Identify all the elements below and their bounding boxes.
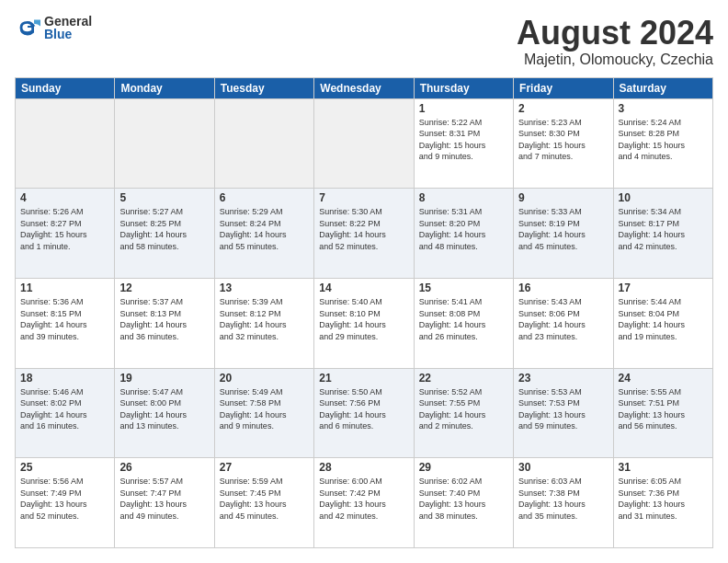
- day-number: 23: [518, 372, 608, 385]
- day-number: 29: [419, 461, 508, 474]
- day-info: Sunrise: 5:39 AM Sunset: 8:12 PM Dayligh…: [220, 296, 309, 342]
- day-info: Sunrise: 5:34 AM Sunset: 8:17 PM Dayligh…: [619, 206, 708, 252]
- day-number: 14: [319, 282, 408, 294]
- table-row: 8Sunrise: 5:31 AM Sunset: 8:20 PM Daylig…: [414, 189, 513, 279]
- day-info: Sunrise: 5:52 AM Sunset: 7:55 PM Dayligh…: [419, 386, 508, 432]
- day-info: Sunrise: 5:49 AM Sunset: 7:58 PM Dayligh…: [220, 386, 309, 432]
- day-number: 11: [20, 282, 109, 294]
- table-row: [16, 98, 115, 189]
- day-info: Sunrise: 5:46 AM Sunset: 8:02 PM Dayligh…: [20, 386, 109, 432]
- day-info: Sunrise: 5:56 AM Sunset: 7:49 PM Dayligh…: [20, 476, 109, 522]
- day-number: 18: [20, 372, 109, 385]
- table-row: 14Sunrise: 5:40 AM Sunset: 8:10 PM Dayli…: [314, 278, 414, 368]
- header-tuesday: Tuesday: [214, 77, 313, 98]
- table-row: 30Sunrise: 6:03 AM Sunset: 7:38 PM Dayli…: [514, 458, 613, 548]
- calendar-week-row: 4Sunrise: 5:26 AM Sunset: 8:27 PM Daylig…: [16, 189, 713, 279]
- day-info: Sunrise: 6:00 AM Sunset: 7:42 PM Dayligh…: [319, 476, 408, 522]
- day-info: Sunrise: 5:40 AM Sunset: 8:10 PM Dayligh…: [319, 296, 408, 342]
- table-row: 11Sunrise: 5:36 AM Sunset: 8:15 PM Dayli…: [16, 278, 115, 368]
- table-row: 3Sunrise: 5:24 AM Sunset: 8:28 PM Daylig…: [613, 98, 712, 189]
- day-number: 10: [619, 191, 708, 204]
- location-subtitle: Majetin, Olomoucky, Czechia: [517, 52, 713, 68]
- day-number: 2: [518, 102, 608, 115]
- day-info: Sunrise: 6:05 AM Sunset: 7:36 PM Dayligh…: [619, 476, 708, 522]
- table-row: 28Sunrise: 6:00 AM Sunset: 7:42 PM Dayli…: [314, 458, 414, 548]
- day-info: Sunrise: 5:47 AM Sunset: 8:00 PM Dayligh…: [119, 386, 209, 432]
- day-info: Sunrise: 5:43 AM Sunset: 8:06 PM Dayligh…: [518, 296, 608, 342]
- header-wednesday: Wednesday: [314, 77, 414, 98]
- header-friday: Friday: [514, 77, 613, 98]
- day-number: 19: [119, 372, 209, 385]
- table-row: 5Sunrise: 5:27 AM Sunset: 8:25 PM Daylig…: [115, 189, 214, 279]
- table-row: 31Sunrise: 6:05 AM Sunset: 7:36 PM Dayli…: [613, 458, 712, 548]
- table-row: 23Sunrise: 5:53 AM Sunset: 7:53 PM Dayli…: [514, 368, 613, 458]
- day-info: Sunrise: 5:31 AM Sunset: 8:20 PM Dayligh…: [419, 206, 508, 252]
- calendar-week-row: 11Sunrise: 5:36 AM Sunset: 8:15 PM Dayli…: [16, 278, 713, 368]
- day-number: 20: [220, 372, 309, 385]
- day-info: Sunrise: 5:26 AM Sunset: 8:27 PM Dayligh…: [20, 206, 109, 252]
- day-info: Sunrise: 5:50 AM Sunset: 7:56 PM Dayligh…: [319, 386, 408, 432]
- table-row: 20Sunrise: 5:49 AM Sunset: 7:58 PM Dayli…: [214, 368, 313, 458]
- logo-icon: [15, 15, 40, 40]
- calendar-table: Sunday Monday Tuesday Wednesday Thursday…: [15, 77, 713, 548]
- table-row: 12Sunrise: 5:37 AM Sunset: 8:13 PM Dayli…: [115, 278, 214, 368]
- calendar-week-row: 25Sunrise: 5:56 AM Sunset: 7:49 PM Dayli…: [16, 458, 713, 548]
- table-row: 4Sunrise: 5:26 AM Sunset: 8:27 PM Daylig…: [16, 189, 115, 279]
- day-info: Sunrise: 5:24 AM Sunset: 8:28 PM Dayligh…: [619, 117, 708, 163]
- day-number: 1: [419, 102, 508, 115]
- day-number: 25: [20, 461, 109, 474]
- table-row: 2Sunrise: 5:23 AM Sunset: 8:30 PM Daylig…: [514, 98, 613, 189]
- table-row: 26Sunrise: 5:57 AM Sunset: 7:47 PM Dayli…: [115, 458, 214, 548]
- day-number: 15: [419, 282, 508, 294]
- table-row: 17Sunrise: 5:44 AM Sunset: 8:04 PM Dayli…: [613, 278, 712, 368]
- day-info: Sunrise: 5:44 AM Sunset: 8:04 PM Dayligh…: [619, 296, 708, 342]
- table-row: 6Sunrise: 5:29 AM Sunset: 8:24 PM Daylig…: [214, 189, 313, 279]
- day-info: Sunrise: 5:37 AM Sunset: 8:13 PM Dayligh…: [119, 296, 209, 342]
- table-row: 10Sunrise: 5:34 AM Sunset: 8:17 PM Dayli…: [613, 189, 712, 279]
- day-info: Sunrise: 5:23 AM Sunset: 8:30 PM Dayligh…: [518, 117, 608, 163]
- day-info: Sunrise: 5:55 AM Sunset: 7:51 PM Dayligh…: [619, 386, 708, 432]
- table-row: 19Sunrise: 5:47 AM Sunset: 8:00 PM Dayli…: [115, 368, 214, 458]
- title-section: August 2024 Majetin, Olomoucky, Czechia: [517, 15, 713, 68]
- logo-blue-text: Blue: [44, 28, 92, 40]
- day-info: Sunrise: 5:29 AM Sunset: 8:24 PM Dayligh…: [220, 206, 309, 252]
- day-number: 30: [518, 461, 608, 474]
- calendar-header-row: Sunday Monday Tuesday Wednesday Thursday…: [16, 77, 713, 98]
- day-info: Sunrise: 5:53 AM Sunset: 7:53 PM Dayligh…: [518, 386, 608, 432]
- day-info: Sunrise: 5:57 AM Sunset: 7:47 PM Dayligh…: [119, 476, 209, 522]
- table-row: 7Sunrise: 5:30 AM Sunset: 8:22 PM Daylig…: [314, 189, 414, 279]
- day-number: 27: [220, 461, 309, 474]
- day-info: Sunrise: 5:22 AM Sunset: 8:31 PM Dayligh…: [419, 117, 508, 163]
- day-number: 26: [119, 461, 209, 474]
- day-info: Sunrise: 6:02 AM Sunset: 7:40 PM Dayligh…: [419, 476, 508, 522]
- day-info: Sunrise: 5:27 AM Sunset: 8:25 PM Dayligh…: [119, 206, 209, 252]
- day-number: 31: [619, 461, 708, 474]
- day-info: Sunrise: 5:59 AM Sunset: 7:45 PM Dayligh…: [220, 476, 309, 522]
- table-row: [115, 98, 214, 189]
- calendar-week-row: 1Sunrise: 5:22 AM Sunset: 8:31 PM Daylig…: [16, 98, 713, 189]
- day-number: 9: [518, 191, 608, 204]
- day-number: 12: [119, 282, 209, 294]
- day-info: Sunrise: 6:03 AM Sunset: 7:38 PM Dayligh…: [518, 476, 608, 522]
- table-row: 24Sunrise: 5:55 AM Sunset: 7:51 PM Dayli…: [613, 368, 712, 458]
- day-info: Sunrise: 5:30 AM Sunset: 8:22 PM Dayligh…: [319, 206, 408, 252]
- page: General Blue August 2024 Majetin, Olomou…: [0, 0, 728, 563]
- day-number: 28: [319, 461, 408, 474]
- header-saturday: Saturday: [613, 77, 712, 98]
- day-number: 3: [619, 102, 708, 115]
- logo-general-text: General: [44, 15, 92, 28]
- day-number: 24: [619, 372, 708, 385]
- table-row: 15Sunrise: 5:41 AM Sunset: 8:08 PM Dayli…: [414, 278, 513, 368]
- header: General Blue August 2024 Majetin, Olomou…: [15, 15, 713, 68]
- header-thursday: Thursday: [414, 77, 513, 98]
- table-row: [314, 98, 414, 189]
- header-sunday: Sunday: [16, 77, 115, 98]
- day-info: Sunrise: 5:33 AM Sunset: 8:19 PM Dayligh…: [518, 206, 608, 252]
- day-number: 7: [319, 191, 408, 204]
- day-number: 17: [619, 282, 708, 294]
- table-row: 25Sunrise: 5:56 AM Sunset: 7:49 PM Dayli…: [16, 458, 115, 548]
- month-title: August 2024: [517, 15, 713, 52]
- logo: General Blue: [15, 15, 92, 40]
- day-number: 13: [220, 282, 309, 294]
- day-number: 8: [419, 191, 508, 204]
